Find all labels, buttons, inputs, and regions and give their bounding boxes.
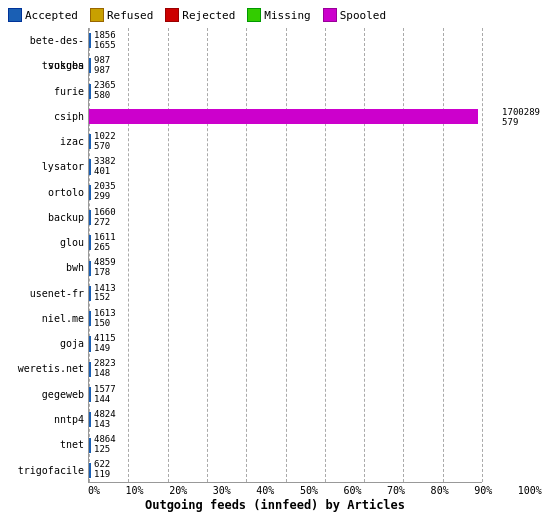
bar-accepted-gegeweb [89,387,91,402]
bar-values-goja: 4115149 [94,334,116,354]
bar-accepted-bete-des-vosges [89,33,91,48]
bar-value2-tsukuba: 987 [94,66,110,76]
x-axis: 0%10%20%30%40%50%60%70%80%90%100% [88,483,542,496]
x-label: 40% [256,485,274,496]
bar-row-nntp4: 4824143 [89,411,482,429]
bar-accepted-trigofacile [89,463,91,478]
x-label: 50% [300,485,318,496]
x-label: 90% [474,485,492,496]
bar-values-tnet: 4864125 [94,435,116,455]
y-label-glou: glou [60,230,84,255]
legend: AcceptedRefusedRejectedMissingSpooled [8,8,542,22]
grid-line [482,28,483,482]
bar-accepted-glou [89,235,91,250]
bar-row-lysator: 3382401 [89,158,482,176]
bar-values-trigofacile: 622119 [94,460,110,480]
legend-label-refused: Refused [107,9,153,22]
x-label: 20% [169,485,187,496]
x-label: 100% [518,485,542,496]
bar-spooled-csiph [89,109,478,124]
bars-area: 1856165598798723655801700289579102257033… [88,28,482,483]
bar-accepted-furie [89,84,91,99]
bar-values-ortolo: 2035299 [94,182,116,202]
bar-row-gegeweb: 1577144 [89,386,482,404]
chart-title: Outgoing feeds (innfeed) by Articles [8,498,542,512]
x-label: 60% [343,485,361,496]
bar-row-izac: 1022570 [89,133,482,151]
legend-color-accepted [8,8,22,22]
bar-values-nntp4: 4824143 [94,410,116,430]
bar-values-izac: 1022570 [94,132,116,152]
chart-container: AcceptedRefusedRejectedMissingSpooled be… [0,0,550,530]
bar-values-csiph: 1700289579 [502,108,540,128]
bar-value2-izac: 570 [94,142,116,152]
bar-row-niel.me: 1613150 [89,310,482,328]
bar-value2-niel.me: 150 [94,319,116,329]
bar-value2-usenet-fr: 152 [94,293,116,303]
bar-accepted-tnet [89,438,91,453]
bar-row-tnet: 4864125 [89,436,482,454]
bar-accepted-weretis.net [89,362,91,377]
x-label: 30% [213,485,231,496]
bar-values-gegeweb: 1577144 [94,385,116,405]
bar-row-csiph: 1700289579 [89,108,482,126]
legend-color-spooled [323,8,337,22]
bar-values-lysator: 3382401 [94,157,116,177]
legend-item-missing: Missing [247,8,310,22]
bar-value2-goja: 149 [94,344,116,354]
bar-accepted-usenet-fr [89,286,91,301]
bar-accepted-lysator [89,159,91,174]
y-label-nntp4: nntp4 [54,407,84,432]
y-label-lysator: lysator [42,154,84,179]
bar-row-goja: 4115149 [89,335,482,353]
bar-accepted-nntp4 [89,412,91,427]
bar-accepted-izac [89,134,91,149]
bar-values-tsukuba: 987987 [94,56,110,76]
bar-row-bete-des-vosges: 18561655 [89,32,482,50]
legend-item-accepted: Accepted [8,8,78,22]
y-label-niel.me: niel.me [42,306,84,331]
bar-row-tsukuba: 987987 [89,57,482,75]
bar-value2-backup: 272 [94,218,116,228]
bar-row-ortolo: 2035299 [89,183,482,201]
y-label-bwh: bwh [66,255,84,280]
bar-accepted-goja [89,336,91,351]
y-label-tsukuba: tsukuba [42,53,84,78]
bar-value2-bete-des-vosges: 1655 [94,41,116,51]
bar-values-niel.me: 1613150 [94,309,116,329]
legend-item-spooled: Spooled [323,8,386,22]
bar-row-weretis.net: 2823148 [89,360,482,378]
y-label-trigofacile: trigofacile [18,458,84,483]
y-label-ortolo: ortolo [48,180,84,205]
legend-color-refused [90,8,104,22]
bar-accepted-tsukuba [89,58,91,73]
legend-item-refused: Refused [90,8,153,22]
bar-row-backup: 1660272 [89,209,482,227]
legend-label-rejected: Rejected [182,9,235,22]
x-label: 0% [88,485,100,496]
bar-accepted-bwh [89,261,91,276]
bar-value2-glou: 265 [94,243,116,253]
bar-accepted-backup [89,210,91,225]
bar-row-furie: 2365580 [89,82,482,100]
legend-label-accepted: Accepted [25,9,78,22]
y-label-usenet-fr: usenet-fr [30,281,84,306]
legend-label-spooled: Spooled [340,9,386,22]
x-label: 10% [126,485,144,496]
bar-accepted-niel.me [89,311,91,326]
bar-value2-weretis.net: 148 [94,369,116,379]
bar-row-usenet-fr: 1413152 [89,285,482,303]
legend-color-missing [247,8,261,22]
x-label: 70% [387,485,405,496]
y-label-tnet: tnet [60,432,84,457]
bar-values-backup: 1660272 [94,208,116,228]
bar-value2-csiph: 579 [502,118,540,128]
legend-label-missing: Missing [264,9,310,22]
x-label: 80% [431,485,449,496]
y-axis-labels: bete-des-vosgestsukubafuriecsiphizaclysa… [8,28,88,483]
bar-values-furie: 2365580 [94,81,116,101]
y-label-goja: goja [60,331,84,356]
y-label-izac: izac [60,129,84,154]
bar-row-trigofacile: 622119 [89,462,482,480]
y-label-csiph: csiph [54,104,84,129]
